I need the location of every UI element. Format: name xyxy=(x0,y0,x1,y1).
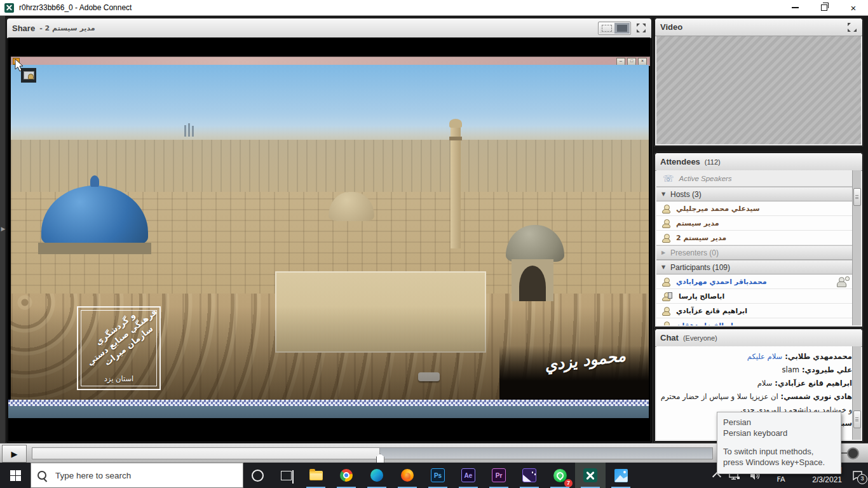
video-pod-title: Video xyxy=(660,22,682,32)
logo-region-label: استان يزد xyxy=(81,374,156,383)
heritage-logo-frame: و گردشگري فرهنگي صنايع دستي سازمان ميراث… xyxy=(77,306,161,390)
participant-row[interactable]: محمدباقر احمدي مهرابادي xyxy=(656,274,861,289)
task-view-button[interactable] xyxy=(271,463,301,488)
collapse-triangle-icon: ▼ xyxy=(661,264,670,270)
hosts-section-header[interactable]: ▼ Hosts (3) xyxy=(656,187,861,201)
tooltip-spacer xyxy=(723,438,835,446)
window-title: r0hrzr33bb66_0 - Adobe Connect xyxy=(19,3,132,12)
task-view-icon xyxy=(281,471,292,480)
tooltip-hint: To switch input methods, press Windows k… xyxy=(723,446,835,468)
screen-share-indicator-icon xyxy=(21,68,36,83)
close-button[interactable]: × xyxy=(839,0,868,15)
windows-logo-icon xyxy=(10,470,21,481)
taskbar-adobe-connect[interactable] xyxy=(575,463,606,488)
photoshop-icon: Ps xyxy=(431,468,445,482)
taskbar-firefox[interactable] xyxy=(392,463,423,488)
chrome-icon xyxy=(340,469,353,482)
presenter-view-button[interactable] xyxy=(599,23,614,34)
participant-row[interactable]: ابراهيم قانع عزآبادي xyxy=(656,304,861,318)
attendees-pod-header: Attendees (112) xyxy=(655,153,862,171)
whatsapp-badge: 7 xyxy=(564,479,573,487)
expand-triangle-icon: ▶ xyxy=(661,250,670,255)
attendees-list: ☏ Active Speakers ▼ Hosts (3) سيدعلي محم… xyxy=(656,170,861,325)
share-pod-title: Share xyxy=(12,24,35,33)
host-row[interactable]: مدير سيستم xyxy=(656,216,861,231)
attendees-scrollbar-thumb[interactable] xyxy=(853,188,861,206)
participant-row[interactable]: ابوالفضل دهقان xyxy=(656,318,861,325)
participants-section-header[interactable]: ▼ Participants (109) xyxy=(656,260,861,274)
file-explorer-icon xyxy=(309,471,323,480)
chat-text: slam xyxy=(782,365,799,374)
chat-pod-header: Chat (Everyone) xyxy=(655,329,862,347)
share-fullscreen-icon[interactable] xyxy=(636,23,646,33)
video-fullscreen-icon[interactable] xyxy=(847,22,857,32)
presenters-section-header[interactable]: ▶ Presenters (0) xyxy=(656,245,861,260)
share-pod-header: Share مدير سيستم 2 - xyxy=(7,18,651,38)
participants-label: Participants (109) xyxy=(670,263,730,272)
attendee-avatar-icon xyxy=(661,277,671,287)
close-icon: × xyxy=(851,3,857,13)
cortana-icon xyxy=(252,470,264,482)
chat-scrollbar[interactable] xyxy=(852,346,861,440)
presenters-label: Presenters (0) xyxy=(670,248,719,257)
selection-checker-strip xyxy=(8,400,649,406)
restore-button[interactable] xyxy=(810,0,839,15)
taskbar-chrome[interactable] xyxy=(331,463,362,488)
host-name: سيدعلي محمد ميرجليلي xyxy=(676,205,760,213)
shared-screen-area: ▶ – □ × xyxy=(8,37,650,441)
full-screen-view-button[interactable] xyxy=(614,23,630,34)
participant-name: اباصالح پارسا xyxy=(679,292,724,301)
language-code: FA xyxy=(777,475,785,484)
mobile-device-icon xyxy=(668,292,672,299)
taskbar-photos[interactable] xyxy=(606,463,636,488)
attendees-scrollbar[interactable] xyxy=(852,170,861,325)
share-view-toggle xyxy=(598,22,631,35)
adobe-connect-app-icon xyxy=(4,3,14,13)
hosts-label: Hosts (3) xyxy=(670,190,702,199)
host-row[interactable]: سيدعلي محمد ميرجليلي xyxy=(656,201,861,216)
participant-name: ابوالفضل دهقان xyxy=(676,322,733,326)
action-center-button[interactable]: 3 xyxy=(846,463,868,488)
notification-badge: 3 xyxy=(857,474,867,484)
volume-knob[interactable] xyxy=(847,447,859,459)
restore-icon xyxy=(821,4,827,11)
taskbar-premiere[interactable]: Pr xyxy=(484,463,514,488)
minimize-button[interactable] xyxy=(780,0,810,15)
taskbar-edge[interactable] xyxy=(362,463,392,488)
chat-sender: علي طيرودي xyxy=(799,365,852,374)
edge-icon xyxy=(370,469,383,482)
taskbar-search[interactable] xyxy=(31,463,243,488)
chat-pod-title: Chat xyxy=(660,333,679,342)
taskbar-file-explorer[interactable] xyxy=(301,463,331,488)
taskbar-photoshop[interactable]: Ps xyxy=(423,463,453,488)
cortana-button[interactable] xyxy=(243,463,271,488)
chat-scrollbar-thumb[interactable] xyxy=(853,410,861,428)
minimize-icon xyxy=(792,7,799,8)
monitor-person-icon xyxy=(24,71,34,79)
video-pod-header: Video xyxy=(655,18,862,36)
play-button[interactable]: ▶ xyxy=(2,445,27,463)
chat-sender: محمدمهدي طلابي xyxy=(782,352,852,361)
taskbar-adobe-app[interactable] xyxy=(514,463,545,488)
taskbar-after-effects[interactable]: Ae xyxy=(453,463,484,488)
seek-bar[interactable] xyxy=(32,447,713,459)
shared-video-frame: و گردشگري فرهنگي صنايع دستي سازمان ميراث… xyxy=(11,65,649,400)
chat-sender: ابراهيم قانع عزآبادي xyxy=(772,379,852,388)
participant-row[interactable]: اباصالح پارسا xyxy=(656,289,861,304)
active-speakers-row[interactable]: ☏ Active Speakers xyxy=(656,170,861,187)
host-row[interactable]: مدير سيستم 2 xyxy=(656,231,861,245)
taskbar-whatsapp[interactable]: 7 xyxy=(545,463,575,488)
taskbar-search-input[interactable] xyxy=(54,470,236,481)
panel-expander-arrow[interactable]: ▶ xyxy=(0,223,6,234)
share-presenter-name: مدير سيستم 2 - xyxy=(39,24,95,32)
firefox-icon xyxy=(401,469,414,482)
heritage-logo-inner: و گردشگري فرهنگي صنايع دستي سازمان ميراث… xyxy=(81,310,157,386)
start-button[interactable] xyxy=(0,463,31,488)
chat-message: علي طيروديslam xyxy=(660,363,855,377)
adobe-connect-icon xyxy=(583,468,597,482)
window-controls: × xyxy=(780,0,868,15)
clock-date: 2/3/2021 xyxy=(812,475,842,485)
search-icon xyxy=(37,471,46,480)
share-pod: Share مدير سيستم 2 - ▶ – □ × xyxy=(6,18,652,443)
attendees-pod-title: Attendees xyxy=(660,157,700,166)
